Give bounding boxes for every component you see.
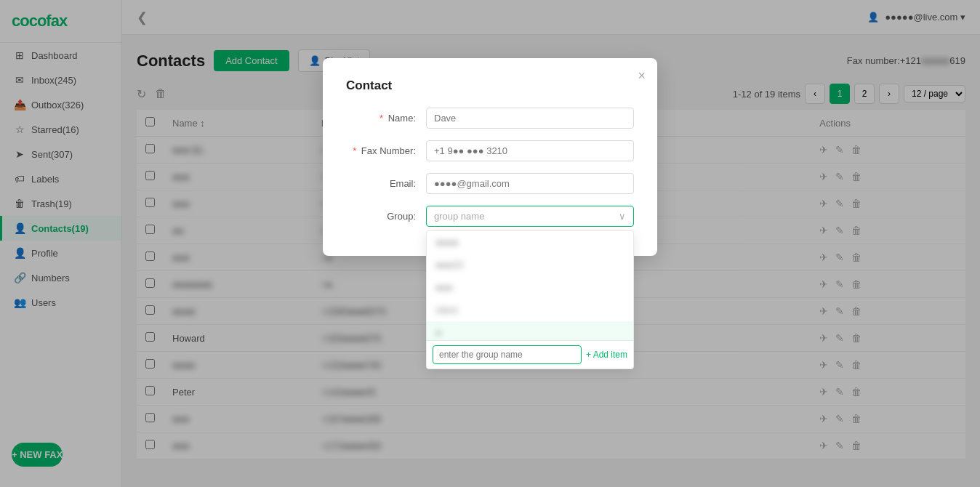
email-label: Email:: [346, 173, 426, 189]
group-dropdown: ●●●●●●●33●●●client● + Add item: [426, 230, 634, 369]
fax-input[interactable]: [426, 140, 634, 161]
fax-label: * Fax Number:: [346, 140, 426, 156]
name-label: * Name:: [346, 108, 426, 124]
group-item-2[interactable]: ●●●: [427, 276, 633, 299]
contact-modal: Contact × * Name: * Fax Number: Email: G…: [323, 58, 657, 256]
group-select-placeholder: group name: [434, 211, 484, 222]
group-label: Group:: [346, 206, 426, 222]
group-item-4[interactable]: ●: [427, 321, 633, 340]
required-star-fax: *: [353, 145, 356, 156]
modal-overlay: Contact × * Name: * Fax Number: Email: G…: [0, 0, 980, 487]
fax-field-row: * Fax Number:: [346, 140, 634, 161]
group-select-wrapper: group name ∨ ●●●●●●●33●●●client● + Add i…: [426, 206, 634, 227]
group-select-button[interactable]: group name ∨: [426, 206, 634, 227]
modal-title: Contact: [346, 79, 634, 93]
group-list: ●●●●●●●33●●●client●: [427, 231, 633, 340]
group-item-3[interactable]: client: [427, 299, 633, 321]
email-input[interactable]: [426, 173, 634, 194]
chevron-down-icon: ∨: [619, 211, 626, 222]
group-item-1[interactable]: ●●●33: [427, 254, 633, 276]
modal-close-button[interactable]: ×: [638, 68, 646, 84]
group-add-input[interactable]: [433, 345, 582, 364]
group-field-row: Group: group name ∨ ●●●●●●●33●●●client● …: [346, 206, 634, 227]
group-add-row: + Add item: [427, 340, 633, 369]
name-input[interactable]: [426, 108, 634, 129]
name-field-row: * Name:: [346, 108, 634, 129]
group-add-button[interactable]: + Add item: [586, 350, 627, 360]
required-star: *: [379, 113, 383, 124]
email-field-row: Email:: [346, 173, 634, 194]
group-item-0[interactable]: ●●●●: [427, 231, 633, 254]
